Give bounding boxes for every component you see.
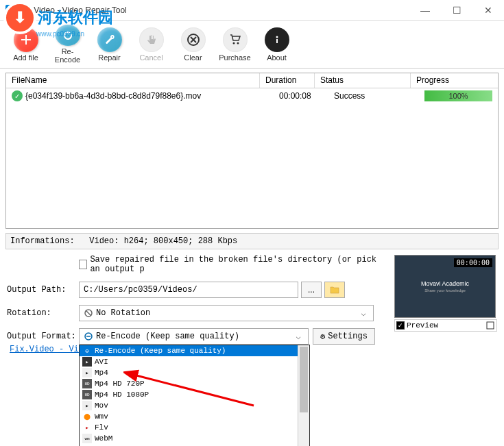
cell-filename: {e034f139-bb6a-4d3d-b8bd-c8d8d79f88e6}.m… [23, 91, 274, 101]
rotation-label: Rotation: [7, 308, 79, 318]
repair-button[interactable]: Repair [91, 23, 128, 65]
cart-icon [223, 27, 248, 52]
save-in-dir-label: Save repaired file in the broken file's … [90, 255, 389, 274]
info-bar: Informations: Video: h264; 800x450; 288 … [5, 233, 499, 249]
maximize-button[interactable]: ☐ [441, 0, 472, 21]
folder-open-button[interactable] [324, 282, 345, 298]
table-header: FileName Duration Status Progress [6, 73, 498, 88]
success-icon: ✓ [12, 90, 23, 101]
table-row[interactable]: ✓ {e034f139-bb6a-4d3d-b8bd-c8d8d79f88e6}… [6, 88, 498, 103]
cancel-button: Cancel [132, 23, 170, 65]
svg-point-1 [232, 42, 235, 44]
no-icon [84, 308, 93, 318]
preview-content: Movavi Academic Share your knowledge [395, 280, 495, 293]
preview-timestamp: 00:00:00 [454, 258, 492, 267]
chevron-down-icon: ⌵ [291, 329, 305, 344]
svg-point-3 [276, 36, 278, 38]
cell-progress: 100% [424, 90, 495, 101]
cell-status: Success [328, 91, 424, 101]
browse-button[interactable]: ... [301, 282, 322, 298]
format-option[interactable]: HDMp4 HD 720P [80, 378, 309, 389]
plus-icon [14, 27, 38, 52]
output-path-input[interactable] [79, 282, 298, 298]
col-duration[interactable]: Duration [260, 73, 315, 88]
format-label: Output Format: [7, 332, 79, 341]
info-value: Video: h264; 800x450; 288 Kbps [89, 236, 237, 246]
rotation-dropdown[interactable]: No Rotation ⌵ [79, 305, 374, 321]
close-button[interactable]: ✕ [472, 0, 504, 21]
format-option[interactable]: ▸Mp4 [80, 367, 309, 378]
format-option[interactable]: ▸AVI [80, 356, 309, 367]
format-option[interactable]: HDMp4 HD 1080P [80, 389, 309, 400]
dropdown-scrollbar[interactable] [298, 345, 309, 446]
folder-icon [330, 286, 339, 294]
minimize-button[interactable]: — [409, 0, 441, 21]
format-option[interactable]: ▸Flv [80, 422, 309, 433]
preview-video[interactable]: 00:00:00 Movavi Academic Share your know… [394, 255, 496, 318]
col-status[interactable]: Status [315, 73, 411, 88]
format-option[interactable]: ⬤Wmv [80, 411, 309, 422]
options-left: Save repaired file in the broken file's … [7, 255, 389, 351]
clear-icon [181, 27, 206, 52]
output-path-label: Output Path: [7, 285, 79, 295]
output-path-row: Output Path: ... [7, 281, 389, 299]
svg-rect-4 [276, 39, 278, 43]
cell-duration: 00:00:08 [274, 91, 328, 101]
preview-checkbox[interactable]: ✓ [396, 321, 405, 330]
preview-controls: ✓ Preview [394, 319, 497, 332]
info-icon [265, 27, 289, 52]
col-progress[interactable]: Progress [411, 73, 498, 88]
file-table: FileName Duration Status Progress ✓ {e03… [5, 73, 499, 229]
chevron-down-icon: ⌵ [357, 306, 370, 321]
format-option[interactable]: wmWebM [80, 433, 309, 444]
gear-icon: ⚙ [320, 332, 325, 342]
footer-link[interactable]: Fix.Video - Vide [10, 345, 88, 354]
format-row: Output Format: Re-Encode (Keep same qual… [7, 327, 389, 345]
preview-label: Preview [407, 321, 438, 330]
format-dropdown-list: ⊖Re-Encode (Keep same quality) ▸AVI ▸Mp4… [79, 345, 310, 446]
svg-rect-7 [487, 322, 494, 329]
preview-panel: 00:00:00 Movavi Academic Share your know… [394, 255, 497, 351]
expand-icon[interactable] [485, 321, 495, 330]
titlebar: Fix.Video - Video Repair Tool — ☐ ✕ [0, 0, 504, 21]
svg-point-2 [237, 42, 239, 44]
progress-bar: 100% [424, 90, 492, 101]
settings-button[interactable]: ⚙ Settings [313, 328, 375, 345]
hand-icon [139, 27, 164, 52]
table-body: ✓ {e034f139-bb6a-4d3d-b8bd-c8d8d79f88e6}… [6, 88, 498, 228]
info-label: Informations: [10, 236, 75, 246]
wrench-icon [97, 27, 122, 52]
save-in-dir-row: Save repaired file in the broken file's … [7, 255, 389, 274]
format-option[interactable]: ▸Mov [80, 400, 309, 411]
format-dropdown[interactable]: Re-Encode (Keep same quality) ⌵ ⊖Re-Enco… [79, 328, 309, 345]
format-option[interactable]: ⊖Re-Encode (Keep same quality) [80, 345, 309, 356]
about-button[interactable]: About [258, 23, 296, 65]
re-encode-button[interactable]: Re-Encode [49, 23, 86, 65]
rotation-row: Rotation: No Rotation ⌵ [7, 304, 389, 322]
purchase-button[interactable]: Purchase [216, 23, 254, 65]
col-filename[interactable]: FileName [6, 73, 260, 88]
refresh-icon [56, 25, 80, 46]
options-area: Save repaired file in the broken file's … [0, 249, 504, 356]
window-controls: — ☐ ✕ [409, 0, 504, 21]
window-title: Fix.Video - Video Repair Tool [21, 5, 127, 15]
clear-button[interactable]: Clear [174, 23, 212, 65]
app-icon [5, 5, 16, 16]
add-file-button[interactable]: Add file [7, 23, 45, 65]
toolbar: Add file Re-Encode Repair Cancel Clear P… [0, 21, 504, 69]
save-in-dir-checkbox[interactable] [79, 260, 87, 269]
encode-icon [84, 332, 93, 341]
